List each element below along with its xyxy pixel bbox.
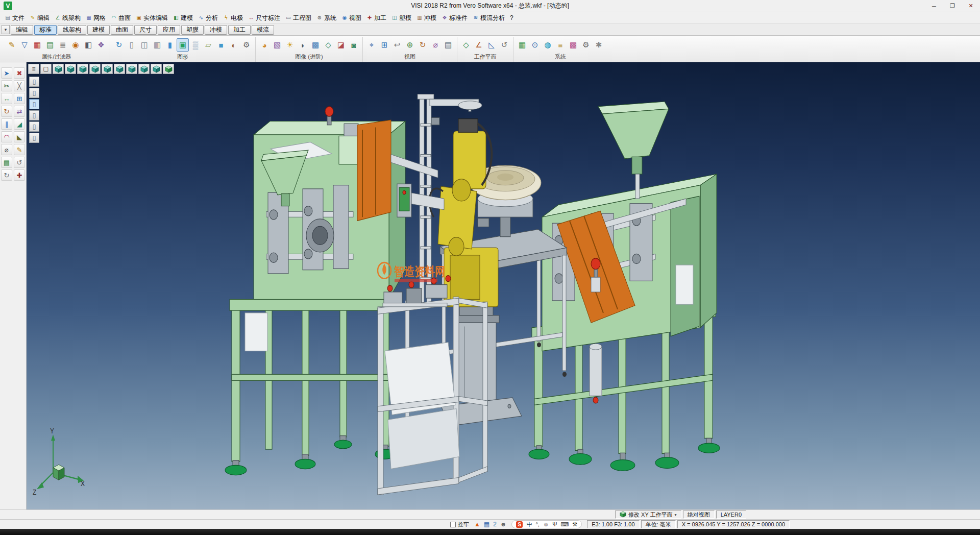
tab-5[interactable]: 曲面 — [111, 25, 133, 35]
dynamic-iso-view-icon[interactable] — [163, 64, 174, 74]
measure-icon[interactable]: ⌀ — [429, 38, 442, 52]
shaded-box-icon[interactable]: ■ — [215, 38, 227, 52]
erase-icon[interactable]: ✖ — [14, 67, 25, 79]
layers-tool-icon[interactable]: ▤ — [1, 157, 12, 168]
shadow-icon[interactable]: ◗ — [297, 38, 309, 52]
shaded-edges-cylinder-icon[interactable]: ▣ — [177, 38, 189, 52]
paint-attributes-icon[interactable]: ✎ — [14, 144, 25, 155]
scale-icon[interactable]: ◢ — [14, 118, 25, 130]
move-icon[interactable]: ↔ — [1, 93, 12, 104]
menu-item-14[interactable]: ✚加工 — [364, 13, 389, 23]
workplane-reset-icon[interactable]: ↺ — [498, 38, 510, 52]
menu-item-15[interactable]: ◫塑模 — [389, 13, 414, 23]
dynamic-rotate-icon[interactable]: ↻ — [416, 38, 429, 52]
flame-icon[interactable]: ▲ — [474, 521, 480, 528]
lock-toggle[interactable]: 拴牢 — [450, 521, 469, 528]
select-icon[interactable]: ➤ — [1, 67, 12, 79]
options-icon[interactable]: ⚙ — [580, 38, 592, 52]
mic-icon[interactable]: Ψ — [552, 521, 557, 527]
active-layer-indicator[interactable]: LAYER0 — [716, 510, 746, 519]
view-back-icon[interactable] — [114, 64, 125, 74]
layer-manager-icon[interactable]: ≡ — [554, 38, 567, 52]
viewport-3d[interactable]: 智造资料网 Y X Z — [27, 62, 980, 509]
section-view-icon[interactable]: ◪ — [335, 38, 347, 52]
sogou-icon[interactable]: S — [516, 521, 523, 528]
dynamic-pan-icon[interactable]: ⊕ — [404, 38, 416, 52]
tab-9[interactable]: 冲模 — [205, 25, 227, 35]
menu-item-17[interactable]: ❖标准件 — [439, 13, 470, 23]
workplane-entity-icon[interactable]: ◺ — [485, 38, 498, 52]
menu-item-4[interactable]: ▦网格 — [83, 13, 108, 23]
graphics-settings-icon[interactable]: ⚙ — [240, 38, 253, 52]
view-bottom-icon[interactable] — [126, 64, 137, 74]
tab-3[interactable]: 线架构 — [58, 25, 86, 35]
mirror-icon[interactable]: ⇄ — [14, 106, 25, 117]
redo-icon[interactable]: ↻ — [1, 169, 12, 181]
workplane-icon[interactable]: ◇ — [460, 38, 472, 52]
menu-item-9[interactable]: ϟ电极 — [220, 13, 246, 23]
menu-item-7[interactable]: ◧建模 — [170, 13, 195, 23]
tab-1[interactable]: 编辑 — [11, 25, 33, 35]
view-manager-icon[interactable]: ▤ — [442, 38, 454, 52]
view-list-menu-icon[interactable]: ≡ — [28, 64, 39, 74]
chamfer-icon[interactable]: ◣ — [14, 131, 25, 142]
magnet-filter-icon[interactable]: ◉ — [69, 38, 82, 52]
menu-item-6[interactable]: ▣实体编辑 — [133, 13, 170, 23]
menu-item-5[interactable]: ◠曲面 — [108, 13, 133, 23]
menu-item-2[interactable]: ✎编辑 — [27, 13, 52, 23]
break-icon[interactable]: ╳ — [14, 80, 25, 91]
background-icon[interactable]: ▩ — [309, 38, 322, 52]
lights-icon[interactable]: ☀ — [284, 38, 296, 52]
zoom-previous-icon[interactable]: ↩ — [391, 38, 403, 52]
attributes-icon[interactable]: ✎ — [6, 38, 18, 52]
menu-item-11[interactable]: ▭工程图 — [283, 13, 314, 23]
toolbox-icon[interactable]: ⚒ — [572, 521, 577, 528]
tab-6[interactable]: 尺寸 — [134, 25, 157, 35]
offset-icon[interactable]: ∥ — [1, 118, 12, 130]
snap-icon[interactable]: ⊙ — [529, 38, 541, 52]
layer-filter-icon[interactable]: ▤ — [44, 38, 56, 52]
tab-overflow-button[interactable]: ▾ — [2, 25, 10, 34]
smart-select-icon[interactable]: ❖ — [95, 38, 107, 52]
quick-tool-6-icon[interactable]: ▯ — [29, 133, 39, 143]
menu-item-1[interactable]: ▤文件 — [2, 13, 27, 23]
color-table-icon[interactable]: ▩ — [567, 38, 579, 52]
view-front-icon[interactable] — [77, 64, 88, 74]
tab-2[interactable]: 标准 — [34, 25, 57, 35]
redraw-icon[interactable]: ↻ — [113, 38, 125, 52]
emoji-icon[interactable]: ☺ — [543, 521, 549, 527]
quick-tool-5-icon[interactable]: ▯ — [29, 121, 39, 132]
chinese-mode-icon[interactable]: 中 — [526, 521, 532, 528]
view-right-icon[interactable] — [89, 64, 101, 74]
shaded-cylinder-icon[interactable]: ▮ — [164, 38, 176, 52]
lock-checkbox[interactable] — [450, 522, 456, 527]
iso-rear-view-icon[interactable] — [138, 64, 150, 74]
wireframe-cylinder-icon[interactable]: ▯ — [126, 38, 138, 52]
perspective-icon[interactable]: ◇ — [322, 38, 334, 52]
fillet-icon[interactable]: ◠ — [1, 131, 12, 142]
hidden-line-cylinder-icon[interactable]: ◫ — [138, 38, 151, 52]
user-icon[interactable]: ☻ — [500, 521, 507, 528]
zoom-window-icon[interactable]: ⊞ — [378, 38, 390, 52]
view-mode-indicator[interactable]: 绝对视图 — [683, 510, 715, 519]
points-icon[interactable]: ✚ — [14, 169, 25, 181]
menu-item-8[interactable]: ∿分析 — [195, 13, 220, 23]
dashed-cylinder-icon[interactable]: ▥ — [151, 38, 163, 52]
menu-item-13[interactable]: ◉视图 — [339, 13, 364, 23]
linetype-icon[interactable]: ≣ — [57, 38, 69, 52]
close-button[interactable]: ✕ — [962, 0, 980, 12]
menu-item-16[interactable]: ▥冲模 — [414, 13, 439, 23]
render-mode-icon[interactable]: ◐ — [228, 38, 240, 52]
globe-icon[interactable]: ◍ — [542, 38, 554, 52]
wire-box-icon[interactable]: ▱ — [202, 38, 214, 52]
photo-render-icon[interactable]: ◙ — [348, 38, 360, 52]
keyboard-icon[interactable]: ⌨ — [560, 521, 569, 528]
quick-tool-1-icon[interactable]: ▯ — [29, 77, 39, 87]
workplane-xy-icon[interactable]: ∠ — [473, 38, 485, 52]
menu-item-19[interactable]: ? — [507, 13, 516, 22]
copy-icon[interactable]: ⊞ — [14, 93, 25, 104]
quick-tool-2-icon[interactable]: ▯ — [29, 88, 39, 98]
texture-icon[interactable]: ▧ — [271, 38, 283, 52]
grid-icon[interactable]: ▦ — [516, 38, 528, 52]
minimize-button[interactable]: ─ — [925, 0, 943, 12]
